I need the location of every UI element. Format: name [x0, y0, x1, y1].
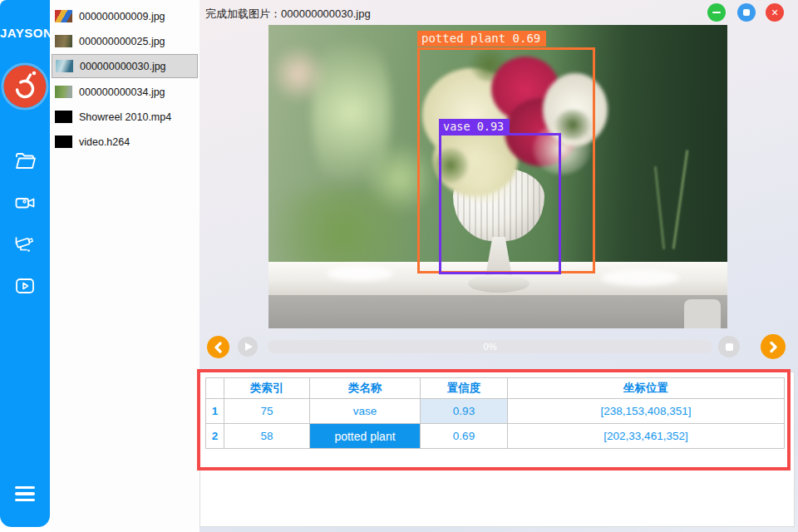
table-row: 1 75 vase 0.93 [238,153,408,351]: [206, 399, 785, 424]
cell-confidence[interactable]: 0.93: [421, 399, 508, 424]
cell-bbox[interactable]: [238,153,408,351]: [508, 399, 785, 424]
square-icon: [743, 9, 750, 16]
brand-logo-text: JAYSON: [0, 26, 50, 40]
app-window: 000000000009.jpg 000000000025.jpg 000000…: [0, 0, 798, 532]
sidebar: JAYSON: [0, 0, 50, 527]
file-list-panel: 000000000009.jpg 000000000025.jpg 000000…: [50, 0, 200, 532]
file-name: video.h264: [79, 136, 130, 148]
file-item[interactable]: 000000000009.jpg: [52, 4, 198, 28]
cell-class-name-selected[interactable]: potted plant: [310, 424, 421, 449]
file-thumbnail: [55, 35, 72, 47]
previous-button[interactable]: [207, 336, 229, 358]
status-text: 完成加载图片：000000000030.jpg: [205, 7, 371, 22]
file-thumbnail: [55, 86, 72, 98]
pytorch-flame-logo-icon[interactable]: [1, 62, 49, 111]
table-header-row: 类索引 类名称 置信度 坐标位置: [206, 378, 785, 399]
cell-class-id[interactable]: 58: [224, 424, 310, 449]
folder-open-icon[interactable]: [14, 150, 36, 172]
cell-confidence[interactable]: 0.69: [421, 424, 508, 449]
file-item[interactable]: 000000000034.jpg: [52, 80, 198, 104]
detection-label: vase 0.93: [439, 119, 510, 135]
detection-box-vase: vase 0.93: [439, 133, 561, 274]
close-icon: ✕: [771, 8, 778, 17]
progress-bar[interactable]: 0%: [268, 340, 712, 353]
cctv-camera-icon[interactable]: [14, 234, 36, 255]
header-blank: [206, 378, 224, 399]
progress-label: 0%: [484, 342, 497, 352]
play-icon: [245, 342, 253, 351]
file-thumbnail: [55, 10, 72, 22]
video-player-icon[interactable]: [14, 275, 36, 297]
file-thumbnail: [56, 60, 73, 72]
stop-icon: [726, 343, 733, 351]
play-button[interactable]: [238, 337, 258, 357]
chevron-left-icon: [214, 342, 224, 353]
chevron-right-icon: [768, 341, 778, 353]
detection-results-table: 类索引 类名称 置信度 坐标位置 1 75 vase 0.93 [238,153…: [205, 377, 785, 449]
minimize-button[interactable]: [707, 3, 726, 22]
file-thumbnail: [55, 135, 72, 148]
cell-class-name[interactable]: vase: [310, 399, 421, 424]
row-index[interactable]: 2: [206, 424, 224, 449]
file-item[interactable]: video.h264: [52, 130, 198, 154]
cell-class-id[interactable]: 75: [224, 399, 310, 424]
detection-label: potted plant 0.69: [417, 31, 546, 47]
close-button[interactable]: ✕: [766, 3, 784, 22]
menu-hamburger-icon[interactable]: [15, 486, 35, 501]
header-confidence: 置信度: [421, 378, 508, 399]
file-item[interactable]: 000000000025.jpg: [52, 29, 198, 53]
row-index[interactable]: 1: [206, 399, 224, 424]
file-name: 000000000030.jpg: [80, 61, 166, 72]
cell-bbox[interactable]: [202,33,461,352]: [508, 424, 785, 449]
header-class-index: 类索引: [224, 378, 310, 399]
header-bbox: 坐标位置: [508, 378, 785, 399]
file-name: 000000000009.jpg: [79, 11, 165, 22]
maximize-button[interactable]: [737, 3, 756, 22]
file-item-selected[interactable]: 000000000030.jpg: [52, 54, 198, 78]
video-camera-icon[interactable]: [14, 192, 36, 214]
file-thumbnail: [55, 111, 72, 123]
header-class-name: 类名称: [310, 378, 421, 399]
file-name: 000000000034.jpg: [79, 86, 165, 98]
stop-button[interactable]: [718, 336, 740, 357]
file-name: 000000000025.jpg: [79, 36, 165, 47]
detection-image: potted plant 0.69 vase 0.93: [268, 25, 727, 328]
minus-icon: [712, 12, 721, 14]
file-item[interactable]: Showreel 2010.mp4: [52, 105, 198, 129]
table-row: 2 58 potted plant 0.69 [202,33,461,352]: [206, 424, 785, 449]
file-name: Showreel 2010.mp4: [79, 111, 171, 123]
next-button[interactable]: [761, 334, 786, 359]
